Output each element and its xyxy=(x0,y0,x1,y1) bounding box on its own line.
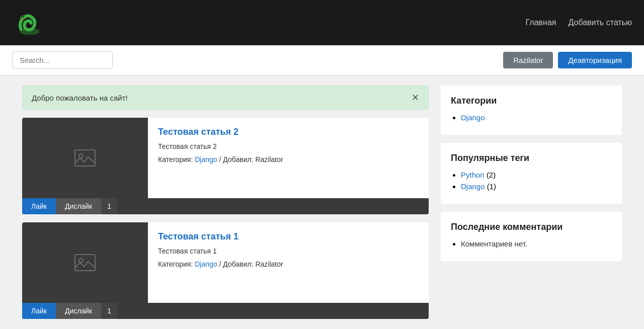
no-comments-text: Комментариев нет. xyxy=(461,239,527,248)
navbar-links: Главная Добавить статью xyxy=(526,18,632,27)
close-banner-button[interactable]: ✕ xyxy=(412,93,419,102)
dislike-button[interactable]: Дислайк xyxy=(56,198,101,214)
main-content: Добро пожаловать на сайт! ✕ Тестовая ста… xyxy=(10,75,634,329)
svg-point-5 xyxy=(79,154,83,158)
search-buttons: Razilator Деавторизация xyxy=(503,52,632,68)
logo xyxy=(12,5,47,40)
like-button[interactable]: Лайк xyxy=(22,303,56,319)
svg-point-2 xyxy=(21,16,23,18)
categories-list: Django xyxy=(451,113,612,122)
left-column: Добро пожаловать на сайт! ✕ Тестовая ста… xyxy=(22,86,429,319)
like-count: 1 xyxy=(101,303,117,319)
welcome-banner: Добро пожаловать на сайт! ✕ xyxy=(22,86,429,110)
recent-comments-list: Комментариев нет. xyxy=(451,239,612,248)
svg-point-3 xyxy=(23,16,24,18)
tag-python-count: (2) xyxy=(487,171,496,179)
article-card: Тестовая статья 1 Тестовая статья 1 Кате… xyxy=(22,222,429,319)
list-item: Django xyxy=(461,113,612,122)
list-item: Комментариев нет. xyxy=(461,239,612,248)
article-title-link[interactable]: Тестовая статья 2 xyxy=(158,127,419,137)
article-actions: Лайк Дислайк 1 xyxy=(22,303,429,319)
navbar: Главная Добавить статью xyxy=(0,0,644,45)
svg-point-7 xyxy=(79,259,83,263)
image-placeholder-icon xyxy=(73,251,97,275)
article-category-link[interactable]: Django xyxy=(195,260,217,268)
recent-comments-box: Последние комментарии Комментариев нет. xyxy=(441,212,622,261)
categories-title: Категории xyxy=(451,96,612,106)
nav-add-article-link[interactable]: Добавить статью xyxy=(568,18,632,27)
article-author: Razilator xyxy=(255,155,283,163)
recent-comments-title: Последние комментарии xyxy=(451,222,612,232)
right-column: Категории Django Популярные теги Python … xyxy=(441,86,622,319)
article-thumbnail xyxy=(22,118,148,198)
article-actions: Лайк Дислайк 1 xyxy=(22,198,429,214)
tag-python-link[interactable]: Python xyxy=(461,171,485,179)
svg-rect-4 xyxy=(75,150,95,166)
added-label: / Добавил: xyxy=(219,155,256,163)
article-author: Razilator xyxy=(255,260,283,268)
welcome-message: Добро пожаловать на сайт! xyxy=(32,94,128,102)
added-label: / Добавил: xyxy=(219,260,256,268)
category-link[interactable]: Django xyxy=(461,113,485,122)
search-row: Razilator Деавторизация xyxy=(0,45,644,75)
image-placeholder-icon xyxy=(73,146,97,170)
article-category-link[interactable]: Django xyxy=(195,155,217,163)
article-body: Тестовая статья 1 Тестовая статья 1 Кате… xyxy=(148,222,429,303)
snake-logo-icon xyxy=(12,5,47,40)
article-description: Тестовая статья 2 xyxy=(158,142,419,150)
tag-django-link[interactable]: Django xyxy=(461,182,485,191)
tag-django-count: (1) xyxy=(487,182,496,191)
list-item: Django (1) xyxy=(461,182,612,191)
svg-rect-6 xyxy=(75,255,95,271)
article-meta: Категория: Django / Добавил: Razilator xyxy=(158,260,419,268)
dislike-button[interactable]: Дислайк xyxy=(56,303,101,319)
like-count: 1 xyxy=(101,198,117,214)
article-description: Тестовая статья 1 xyxy=(158,247,419,255)
article-card: Тестовая статья 2 Тестовая статья 2 Кате… xyxy=(22,118,429,214)
category-label: Категория: xyxy=(158,260,193,268)
popular-tags-box: Популярные теги Python (2) Django (1) xyxy=(441,143,622,204)
article-title-link[interactable]: Тестовая статья 1 xyxy=(158,231,419,242)
popular-tags-list: Python (2) Django (1) xyxy=(451,171,612,191)
like-button[interactable]: Лайк xyxy=(22,198,56,214)
article-meta: Категория: Django / Добавил: Razilator xyxy=(158,155,419,163)
deauth-button[interactable]: Деавторизация xyxy=(558,52,632,68)
user-button[interactable]: Razilator xyxy=(503,52,553,68)
categories-box: Категории Django xyxy=(441,86,622,135)
article-inner: Тестовая статья 1 Тестовая статья 1 Кате… xyxy=(22,222,429,303)
article-inner: Тестовая статья 2 Тестовая статья 2 Кате… xyxy=(22,118,429,198)
article-body: Тестовая статья 2 Тестовая статья 2 Кате… xyxy=(148,118,429,198)
list-item: Python (2) xyxy=(461,171,612,179)
search-input[interactable] xyxy=(12,51,113,69)
popular-tags-title: Популярные теги xyxy=(451,153,612,163)
category-label: Категория: xyxy=(158,155,193,163)
article-thumbnail xyxy=(22,222,148,303)
nav-home-link[interactable]: Главная xyxy=(526,18,556,27)
